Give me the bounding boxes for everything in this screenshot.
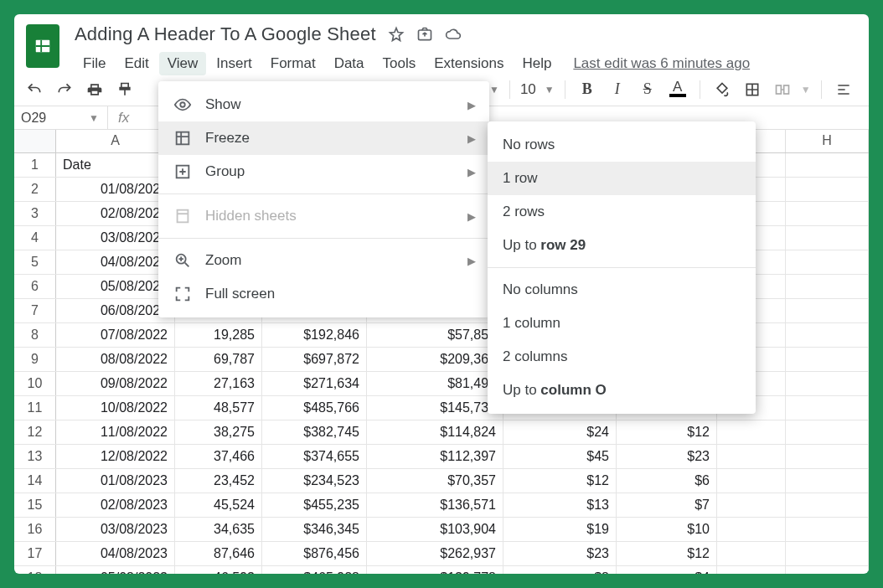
bold-button[interactable]: B (576, 78, 599, 101)
cell[interactable]: $57,854 (367, 323, 503, 347)
row-header[interactable]: 7 (14, 299, 56, 322)
menu-edit[interactable]: Edit (116, 52, 157, 75)
cell[interactable] (786, 275, 869, 298)
cell[interactable]: $876,456 (262, 542, 367, 565)
cell[interactable]: $6 (617, 469, 717, 493)
cell[interactable] (786, 323, 869, 347)
cell[interactable]: $145,730 (367, 396, 503, 420)
freeze-no-columns[interactable]: No columns (488, 273, 756, 307)
cell[interactable] (786, 348, 869, 371)
cell[interactable]: $455,235 (262, 493, 367, 517)
row-header[interactable]: 9 (14, 348, 56, 371)
cell[interactable]: $136,571 (367, 493, 503, 517)
row-header[interactable]: 16 (14, 518, 56, 541)
cell[interactable]: 02/08/2023 (56, 493, 175, 517)
cell[interactable]: $19 (503, 518, 617, 541)
cell[interactable]: $12 (503, 469, 617, 493)
cell[interactable] (717, 493, 786, 517)
cell[interactable]: 34,635 (175, 518, 262, 541)
fill-color-button[interactable] (710, 78, 734, 101)
cell[interactable] (786, 250, 869, 274)
cell[interactable]: 45,524 (175, 493, 262, 517)
cell[interactable]: $271,634 (262, 372, 367, 395)
cell[interactable]: 08/08/2022 (56, 348, 175, 371)
cell[interactable]: 04/08/2022 (56, 250, 175, 274)
cell[interactable]: 87,646 (175, 542, 262, 565)
cell[interactable]: $465,928 (262, 566, 367, 574)
row-header[interactable]: 1 (14, 153, 56, 177)
cell[interactable]: 23,452 (175, 469, 262, 493)
move-to-drive-icon[interactable] (416, 26, 433, 43)
font-size-selector[interactable]: 10 ▼ (520, 81, 555, 98)
cell[interactable]: 03/08/2022 (56, 226, 175, 250)
align-left-button[interactable] (832, 78, 855, 101)
cell[interactable]: $81,490 (367, 372, 503, 395)
cell[interactable]: $382,745 (262, 420, 367, 444)
cell[interactable]: 19,285 (175, 323, 262, 347)
cell[interactable]: $8 (503, 566, 617, 574)
cell[interactable]: 48,577 (175, 396, 262, 420)
cell[interactable]: 05/08/2022 (56, 275, 175, 298)
strikethrough-button[interactable]: S (636, 78, 659, 101)
cell[interactable]: 37,466 (175, 445, 262, 468)
menu-help[interactable]: Help (514, 52, 560, 75)
freeze-up-to-column[interactable]: Up to column O (488, 374, 756, 407)
borders-button[interactable] (741, 78, 764, 101)
cell[interactable]: 03/08/2023 (56, 518, 175, 541)
cell[interactable]: $7 (617, 493, 717, 517)
freeze-1-row[interactable]: 1 row (488, 162, 756, 195)
row-header[interactable]: 5 (14, 250, 56, 274)
select-all-corner[interactable] (14, 130, 56, 152)
cell[interactable]: $112,397 (367, 445, 503, 468)
cell[interactable]: 01/08/2022 (56, 178, 175, 201)
cell[interactable]: $13 (503, 493, 617, 517)
freeze-1-column[interactable]: 1 column (488, 307, 756, 340)
cell[interactable]: 01/08/2023 (56, 469, 175, 493)
cell[interactable] (717, 518, 786, 541)
cell[interactable] (717, 469, 786, 493)
freeze-2-rows[interactable]: 2 rows (488, 195, 756, 229)
redo-button[interactable] (53, 78, 76, 101)
cell[interactable] (786, 493, 869, 517)
cell[interactable] (786, 566, 869, 574)
name-box[interactable]: O29 ▼ (14, 106, 108, 129)
cell[interactable] (786, 178, 869, 201)
row-header[interactable]: 8 (14, 323, 56, 347)
cell[interactable] (786, 153, 869, 177)
last-edit-link[interactable]: Last edit was 6 minutes ago (573, 55, 750, 72)
cell[interactable]: $45 (503, 445, 617, 468)
menu-tools[interactable]: Tools (374, 52, 425, 75)
cell[interactable]: 11/08/2022 (56, 420, 175, 444)
cell[interactable]: $10 (617, 518, 717, 541)
document-title[interactable]: Adding A Header To A Google Sheet (75, 23, 376, 45)
view-menu-group[interactable]: Group ▶ (158, 155, 489, 188)
cell[interactable]: $4 (617, 566, 717, 574)
row-header[interactable]: 4 (14, 226, 56, 250)
menu-format[interactable]: Format (262, 52, 324, 75)
text-color-button[interactable]: A (666, 78, 689, 101)
menu-view[interactable]: View (159, 52, 207, 75)
cell[interactable]: $697,872 (262, 348, 367, 371)
cell[interactable] (786, 202, 869, 225)
cell[interactable]: $70,357 (367, 469, 503, 493)
menu-file[interactable]: File (75, 52, 114, 75)
row-header[interactable]: 11 (14, 396, 56, 420)
cell[interactable]: $12 (617, 420, 717, 444)
undo-button[interactable] (23, 78, 46, 101)
merge-cells-button[interactable] (771, 78, 794, 101)
view-menu-freeze[interactable]: Freeze ▶ (158, 121, 489, 155)
row-header[interactable]: 15 (14, 493, 56, 517)
row-header[interactable]: 6 (14, 275, 56, 298)
freeze-up-to-row[interactable]: Up to row 29 (488, 229, 756, 262)
cell[interactable]: 12/08/2022 (56, 445, 175, 468)
cell[interactable]: $374,655 (262, 445, 367, 468)
cell[interactable]: Date (56, 153, 175, 177)
cell[interactable]: 02/08/2022 (56, 202, 175, 225)
row-header[interactable]: 13 (14, 445, 56, 468)
cell[interactable] (786, 396, 869, 420)
column-header[interactable]: H (786, 130, 869, 152)
cell[interactable] (717, 420, 786, 444)
cell[interactable] (786, 518, 869, 541)
google-sheets-logo[interactable] (26, 24, 59, 68)
view-menu-show[interactable]: Show ▶ (158, 88, 489, 121)
